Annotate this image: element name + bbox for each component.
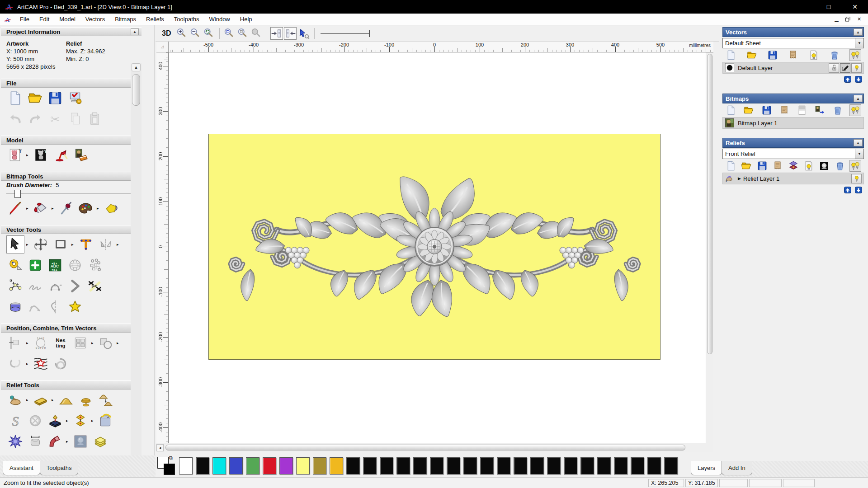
lock-open-button[interactable] [829,63,839,73]
left-panel-scrollbar[interactable]: ▲ ▼ [131,63,142,461]
palette-swatch-7[interactable] [296,457,310,474]
tool-open-file[interactable] [743,104,755,116]
palette-swatch-5[interactable] [263,457,276,474]
tool-bulbs-all[interactable] [849,49,861,61]
model-sheet[interactable] [208,134,660,360]
palette-swatch-2[interactable] [212,457,226,474]
tool-curve-arrows[interactable] [26,298,44,316]
tool-cut[interactable]: ✂ [46,110,64,128]
tool-sculpt-s[interactable]: S [6,412,24,430]
palette-swatch-0[interactable] [179,457,193,474]
pan-right-button[interactable] [284,27,297,40]
tool-section-profile[interactable] [46,298,64,316]
tab-layers[interactable]: Layers [691,461,722,475]
scrollbar-thumb[interactable] [707,54,712,354]
tool-mound-dome[interactable] [77,391,95,409]
palette-swatch-23[interactable] [564,457,577,474]
palette-swatch-10[interactable] [346,457,360,474]
scroll-up-icon[interactable]: ▲ [132,63,141,71]
tool-bulbs-all[interactable] [849,104,861,116]
collapse-icon[interactable]: ▲ [854,139,863,146]
tool-model-setup[interactable] [66,89,84,107]
tool-create-rectangle[interactable] [52,235,70,253]
collapse-icon[interactable]: ▲ [131,28,139,35]
tool-weld-vectors[interactable] [97,334,115,352]
tool-block-array[interactable] [71,334,90,352]
tab-add-in[interactable]: Add In [722,461,752,475]
toggle-3d-view-button[interactable]: 3D [162,29,171,38]
zoom-slider[interactable] [321,29,370,38]
move-layer-up-button[interactable] [843,75,852,83]
tool-bulbs-all[interactable] [849,160,861,172]
tab-toolpaths[interactable]: Toolpaths [40,461,79,475]
palette-swatch-8[interactable] [313,457,326,474]
tool-relief-bw[interactable] [818,160,830,172]
palette-swatch-18[interactable] [480,457,494,474]
tool-greyscale-model[interactable]: T [32,146,50,164]
flyout-arrow-icon[interactable]: ▸ [66,418,70,423]
flyout-arrow-icon[interactable]: ▸ [52,206,56,211]
flyout-arrow-icon[interactable]: ▸ [26,361,30,366]
palette-swatch-22[interactable] [547,457,561,474]
palette-swatch-24[interactable] [580,457,594,474]
horizontal-scrollbar[interactable]: ◄ [156,443,713,452]
palette-swatch-9[interactable] [330,457,343,474]
flyout-arrow-icon[interactable]: ▸ [91,418,95,423]
move-layer-down-button[interactable] [854,75,863,83]
tool-pages-relief[interactable] [91,432,109,450]
tool-save-file[interactable] [761,104,773,116]
flyout-arrow-icon[interactable]: ▸ [97,206,101,211]
tool-wire-grid[interactable] [66,256,84,274]
collapse-icon[interactable]: ▲ [854,95,863,102]
tool-select-tool[interactable] [6,235,24,253]
view-cursor-button[interactable] [297,27,310,40]
tool-array-dots[interactable] [86,256,104,274]
scrollbar-thumb[interactable] [165,445,685,450]
chevron-down-icon[interactable]: ▼ [855,38,863,48]
2d-view-canvas[interactable] [169,52,706,443]
menu-reliefs[interactable]: Reliefs [141,14,169,24]
mdi-close-icon[interactable]: ✕ [855,15,863,23]
tool-flip-relief[interactable] [97,412,115,430]
tool-merge-tan[interactable] [772,160,783,172]
tool-text-abc[interactable]: ●▮▲ABC●▮▲ [46,256,64,274]
tool-nesting[interactable]: Nesting [52,334,70,352]
bulb-button[interactable] [851,63,862,73]
tool-join-vectors[interactable] [6,355,24,373]
palette-swatch-17[interactable] [463,457,477,474]
tool-new-document[interactable] [725,160,737,172]
tool-open-file[interactable] [746,49,758,61]
move-layer-up-button[interactable] [843,186,852,194]
menu-bitmaps[interactable]: Bitmaps [110,14,141,24]
tool-fan-relief[interactable] [46,432,64,450]
flyout-arrow-icon[interactable]: ▸ [26,153,30,157]
palette-swatch-6[interactable] [279,457,293,474]
menu-vectors[interactable]: Vectors [80,14,110,24]
zoom-drawing-button[interactable] [236,27,249,40]
palette-swatch-27[interactable] [631,457,644,474]
tool-gold-bar[interactable] [32,391,50,409]
tool-new-document[interactable] [725,104,737,116]
zoom-in-button[interactable] [175,27,188,40]
tool-fillet-corner[interactable] [66,277,84,295]
palette-swatch-12[interactable] [380,457,393,474]
flyout-arrow-icon[interactable]: ▸ [26,341,30,345]
tool-new-document[interactable] [725,49,737,61]
maximize-button[interactable]: □ [816,0,842,14]
menu-file[interactable]: File [15,14,34,24]
tool-trim-vectors[interactable]: ✂ [86,277,104,295]
flyout-arrow-icon[interactable]: ▸ [66,439,70,444]
slider-thumb[interactable] [14,190,21,198]
tool-measure-tool[interactable] [6,256,24,274]
vertical-scrollbar[interactable] [706,52,713,443]
bitmap-layer-row[interactable]: Bitmap Layer 1 [722,117,864,129]
tool-text-on-curve[interactable]: t e x tc u r v e [32,334,50,352]
flyout-arrow-icon[interactable]: ▸ [91,341,95,345]
tool-weave-knot[interactable] [26,412,44,430]
tool-paint-brush[interactable] [6,199,24,217]
secondary-color-swatch[interactable] [164,464,175,475]
palette-swatch-16[interactable] [447,457,460,474]
move-layer-down-button[interactable] [854,186,863,194]
tool-node-editing[interactable] [26,256,44,274]
mdi-restore-icon[interactable] [844,15,852,23]
